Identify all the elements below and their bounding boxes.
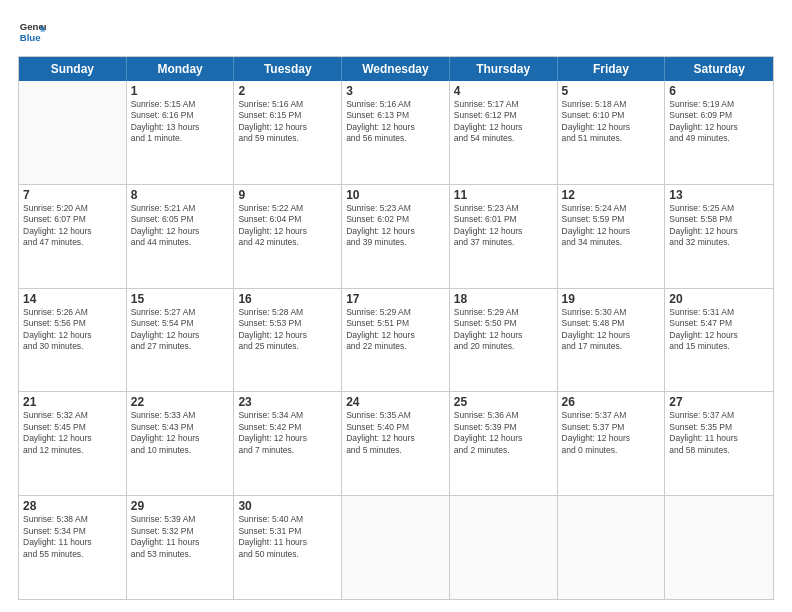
calendar-cell — [19, 81, 127, 184]
cell-text: Daylight: 12 hours — [669, 330, 769, 341]
cell-text: Daylight: 12 hours — [562, 330, 661, 341]
calendar-cell: 21Sunrise: 5:32 AMSunset: 5:45 PMDayligh… — [19, 392, 127, 495]
day-number: 11 — [454, 188, 553, 202]
cell-text: and 42 minutes. — [238, 237, 337, 248]
cell-text: Sunrise: 5:24 AM — [562, 203, 661, 214]
cell-text: Daylight: 12 hours — [669, 226, 769, 237]
cell-text: Daylight: 12 hours — [131, 330, 230, 341]
logo-icon: General Blue — [18, 18, 46, 46]
cell-text: Daylight: 12 hours — [131, 226, 230, 237]
calendar-cell: 13Sunrise: 5:25 AMSunset: 5:58 PMDayligh… — [665, 185, 773, 288]
calendar-cell — [558, 496, 666, 599]
cell-text: and 53 minutes. — [131, 549, 230, 560]
calendar-body: 1Sunrise: 5:15 AMSunset: 6:16 PMDaylight… — [19, 81, 773, 599]
calendar-cell: 11Sunrise: 5:23 AMSunset: 6:01 PMDayligh… — [450, 185, 558, 288]
cell-text: Sunset: 5:45 PM — [23, 422, 122, 433]
day-number: 13 — [669, 188, 769, 202]
cell-text: Sunrise: 5:20 AM — [23, 203, 122, 214]
cell-text: Sunrise: 5:40 AM — [238, 514, 337, 525]
calendar-cell: 5Sunrise: 5:18 AMSunset: 6:10 PMDaylight… — [558, 81, 666, 184]
cell-text: Daylight: 11 hours — [238, 537, 337, 548]
day-number: 30 — [238, 499, 337, 513]
calendar-cell — [342, 496, 450, 599]
calendar-cell: 20Sunrise: 5:31 AMSunset: 5:47 PMDayligh… — [665, 289, 773, 392]
cell-text: Daylight: 12 hours — [454, 433, 553, 444]
cell-text: Daylight: 12 hours — [669, 122, 769, 133]
cell-text: Daylight: 12 hours — [23, 433, 122, 444]
cell-text: Sunrise: 5:29 AM — [346, 307, 445, 318]
cell-text: Sunset: 5:43 PM — [131, 422, 230, 433]
calendar-cell: 8Sunrise: 5:21 AMSunset: 6:05 PMDaylight… — [127, 185, 235, 288]
calendar-cell: 9Sunrise: 5:22 AMSunset: 6:04 PMDaylight… — [234, 185, 342, 288]
header-day-saturday: Saturday — [665, 57, 773, 81]
cell-text: and 0 minutes. — [562, 445, 661, 456]
cell-text: Sunset: 6:05 PM — [131, 214, 230, 225]
day-number: 5 — [562, 84, 661, 98]
cell-text: Daylight: 13 hours — [131, 122, 230, 133]
header-day-wednesday: Wednesday — [342, 57, 450, 81]
calendar-cell: 29Sunrise: 5:39 AMSunset: 5:32 PMDayligh… — [127, 496, 235, 599]
cell-text: Sunrise: 5:23 AM — [346, 203, 445, 214]
cell-text: Daylight: 12 hours — [562, 226, 661, 237]
calendar-cell: 4Sunrise: 5:17 AMSunset: 6:12 PMDaylight… — [450, 81, 558, 184]
day-number: 24 — [346, 395, 445, 409]
calendar-cell: 14Sunrise: 5:26 AMSunset: 5:56 PMDayligh… — [19, 289, 127, 392]
cell-text: Sunset: 5:54 PM — [131, 318, 230, 329]
day-number: 29 — [131, 499, 230, 513]
calendar-row-0: 1Sunrise: 5:15 AMSunset: 6:16 PMDaylight… — [19, 81, 773, 185]
header-day-friday: Friday — [558, 57, 666, 81]
cell-text: Sunrise: 5:36 AM — [454, 410, 553, 421]
cell-text: and 15 minutes. — [669, 341, 769, 352]
calendar-cell: 2Sunrise: 5:16 AMSunset: 6:15 PMDaylight… — [234, 81, 342, 184]
cell-text: Sunset: 6:10 PM — [562, 110, 661, 121]
calendar-cell: 17Sunrise: 5:29 AMSunset: 5:51 PMDayligh… — [342, 289, 450, 392]
header: General Blue — [18, 18, 774, 46]
page: General Blue SundayMondayTuesdayWednesda… — [0, 0, 792, 612]
cell-text: Daylight: 12 hours — [23, 330, 122, 341]
cell-text: Daylight: 12 hours — [346, 122, 445, 133]
cell-text: Sunrise: 5:29 AM — [454, 307, 553, 318]
day-number: 23 — [238, 395, 337, 409]
cell-text: Daylight: 12 hours — [131, 433, 230, 444]
cell-text: Sunrise: 5:15 AM — [131, 99, 230, 110]
cell-text: Sunrise: 5:28 AM — [238, 307, 337, 318]
day-number: 16 — [238, 292, 337, 306]
cell-text: and 58 minutes. — [669, 445, 769, 456]
cell-text: Sunrise: 5:33 AM — [131, 410, 230, 421]
cell-text: Sunset: 5:50 PM — [454, 318, 553, 329]
day-number: 28 — [23, 499, 122, 513]
day-number: 7 — [23, 188, 122, 202]
day-number: 17 — [346, 292, 445, 306]
calendar-cell: 12Sunrise: 5:24 AMSunset: 5:59 PMDayligh… — [558, 185, 666, 288]
day-number: 1 — [131, 84, 230, 98]
cell-text: Sunrise: 5:30 AM — [562, 307, 661, 318]
cell-text: Daylight: 12 hours — [454, 122, 553, 133]
cell-text: and 2 minutes. — [454, 445, 553, 456]
cell-text: Sunset: 6:02 PM — [346, 214, 445, 225]
cell-text: Daylight: 12 hours — [562, 122, 661, 133]
cell-text: and 32 minutes. — [669, 237, 769, 248]
cell-text: and 59 minutes. — [238, 133, 337, 144]
cell-text: Daylight: 11 hours — [131, 537, 230, 548]
cell-text: Sunset: 5:37 PM — [562, 422, 661, 433]
cell-text: and 27 minutes. — [131, 341, 230, 352]
calendar-cell: 25Sunrise: 5:36 AMSunset: 5:39 PMDayligh… — [450, 392, 558, 495]
calendar-cell — [450, 496, 558, 599]
cell-text: and 7 minutes. — [238, 445, 337, 456]
cell-text: Daylight: 12 hours — [23, 226, 122, 237]
header-day-thursday: Thursday — [450, 57, 558, 81]
cell-text: Sunset: 5:58 PM — [669, 214, 769, 225]
cell-text: Sunrise: 5:31 AM — [669, 307, 769, 318]
day-number: 26 — [562, 395, 661, 409]
cell-text: Daylight: 12 hours — [562, 433, 661, 444]
cell-text: Sunset: 6:15 PM — [238, 110, 337, 121]
day-number: 12 — [562, 188, 661, 202]
calendar-cell: 1Sunrise: 5:15 AMSunset: 6:16 PMDaylight… — [127, 81, 235, 184]
cell-text: Sunset: 6:01 PM — [454, 214, 553, 225]
cell-text: Sunset: 6:13 PM — [346, 110, 445, 121]
day-number: 8 — [131, 188, 230, 202]
day-number: 3 — [346, 84, 445, 98]
cell-text: Daylight: 12 hours — [346, 433, 445, 444]
cell-text: Sunrise: 5:35 AM — [346, 410, 445, 421]
cell-text: Sunset: 5:56 PM — [23, 318, 122, 329]
